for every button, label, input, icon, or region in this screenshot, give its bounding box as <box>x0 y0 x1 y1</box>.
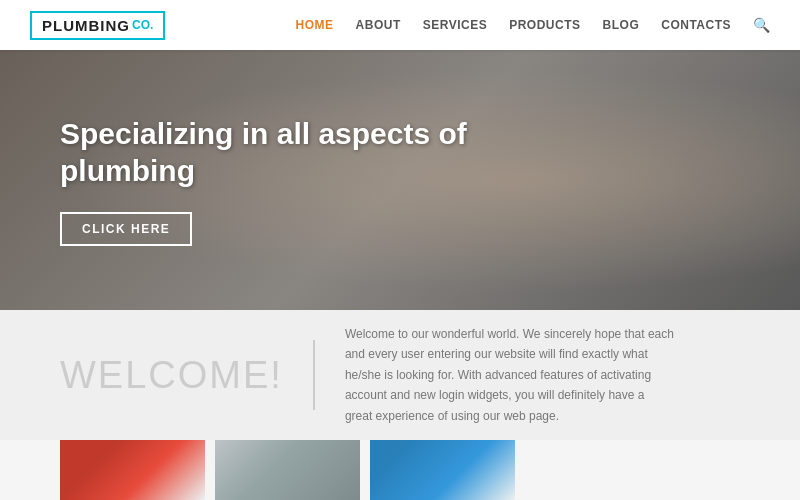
hero-cta-button[interactable]: CLICK HERE <box>60 212 192 246</box>
card-1[interactable] <box>60 440 205 500</box>
welcome-heading: WELCOME! <box>60 354 283 397</box>
card-2-image <box>215 440 360 500</box>
logo-name: PLUMBING <box>42 17 130 34</box>
nav-home[interactable]: HOME <box>296 18 334 32</box>
card-3-image <box>370 440 515 500</box>
site-header: PLUMBING CO. HOME ABOUT SERVICES PRODUCT… <box>0 0 800 50</box>
card-2[interactable] <box>215 440 360 500</box>
logo[interactable]: PLUMBING CO. <box>30 11 165 40</box>
search-icon[interactable]: 🔍 <box>753 17 770 33</box>
nav-blog[interactable]: BLOG <box>603 18 640 32</box>
cards-row <box>0 440 800 500</box>
nav-services[interactable]: SERVICES <box>423 18 487 32</box>
hero-section: Specializing in all aspects of plumbing … <box>0 50 800 310</box>
main-nav: HOME ABOUT SERVICES PRODUCTS BLOG CONTAC… <box>296 17 770 33</box>
welcome-body: Welcome to our wonderful world. We since… <box>345 324 675 426</box>
card-1-image <box>60 440 205 500</box>
logo-suffix: CO. <box>132 18 153 32</box>
welcome-section: WELCOME! Welcome to our wonderful world.… <box>0 310 800 440</box>
welcome-divider <box>313 340 315 410</box>
hero-title: Specializing in all aspects of plumbing <box>60 115 480 190</box>
nav-products[interactable]: PRODUCTS <box>509 18 580 32</box>
hero-content: Specializing in all aspects of plumbing … <box>60 115 480 246</box>
nav-about[interactable]: ABOUT <box>356 18 401 32</box>
nav-contacts[interactable]: CONTACTS <box>661 18 731 32</box>
card-3[interactable] <box>370 440 515 500</box>
